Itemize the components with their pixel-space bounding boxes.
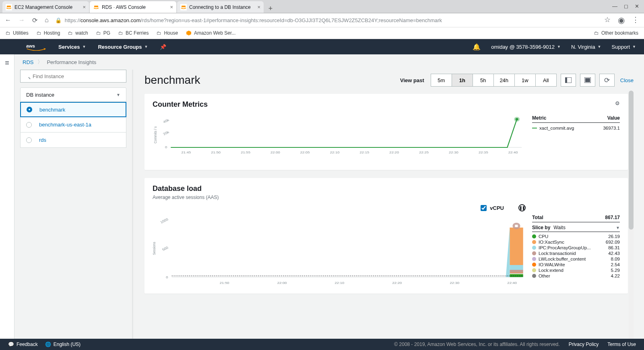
svg-text:21:45: 21:45 [181,151,191,154]
bookmark-folder[interactable]: 🗀watch [68,30,88,36]
legend-row: LWLock:buffer_content8.09 [532,256,620,262]
forward-icon[interactable]: → [19,17,25,24]
svg-rect-37 [510,273,523,274]
scrollbar[interactable] [629,91,634,343]
vcpu-controls: vCPU ❚❚ [144,204,628,211]
aws-favicon-icon [93,4,99,10]
maximize-icon[interactable]: ◻ [624,3,628,9]
svg-marker-43 [506,228,510,277]
chevron-down-icon: ▼ [116,93,120,97]
region-menu[interactable]: N. Virginia▼ [571,44,601,50]
feedback-link[interactable]: 💬 Feedback [8,342,38,347]
browser-tab[interactable]: Connecting to a DB Instance × [177,1,264,13]
account-menu[interactable]: omiday @ 3578-3596-9012▼ [491,44,561,50]
color-swatch-icon [532,268,536,272]
layout-full-button[interactable] [580,74,595,87]
services-menu[interactable]: Services▼ [58,44,86,50]
legend-row: IO:XactSync692.09 [532,239,620,245]
terms-link[interactable]: Terms of Use [607,342,636,347]
refresh-button[interactable]: ⟳ [599,74,615,87]
other-bookmarks[interactable]: 🗀Other bookmarks [594,30,638,36]
tab-title: Connecting to a DB Instance [189,4,255,10]
range-5h[interactable]: 5h [473,74,494,87]
counter-chart: Commits / s 40k 20k 0 21:4521:5021:55 22… [153,115,526,164]
new-tab-button[interactable]: + [264,4,277,13]
page-title: benchmark [144,74,200,87]
instance-name: rds [39,137,46,143]
pin-icon[interactable]: 📌 [160,44,166,50]
sidebar-toggle[interactable]: ≡ [0,54,14,343]
svg-rect-9 [565,77,567,83]
reload-icon[interactable]: ⟳ [32,17,37,24]
svg-text:Commits / s: Commits / s [153,126,157,143]
close-tab-icon[interactable]: × [257,4,260,10]
close-tab-icon[interactable]: × [170,4,173,10]
resource-groups-menu[interactable]: Resource Groups▼ [98,44,148,50]
vcpu-checkbox[interactable] [481,205,487,211]
aws-favicon-icon [180,4,187,10]
gear-icon[interactable]: ⚙ [615,100,620,106]
privacy-link[interactable]: Privacy Policy [569,342,599,347]
bookmark-folder[interactable]: 🗀Utilities [6,30,29,36]
legend-row: Lock:transactionid42.43 [532,251,620,256]
chevron-right-icon: 〉 [37,58,43,66]
slice-by-select[interactable]: Slice byWaits▼ [532,225,620,232]
search-input[interactable] [20,70,126,83]
layout-left-icon [565,77,572,83]
profile-icon[interactable]: ◉ [618,15,625,25]
counter-legend: MetricValue xact_commit.avg 36973.1 [526,115,620,164]
close-window-icon[interactable]: ✕ [635,3,639,9]
close-tab-icon[interactable]: × [83,4,86,10]
star-icon[interactable]: ☆ [604,15,611,25]
wait-name: IO:XactSync [539,240,603,244]
wait-name: Lock:transactionid [539,251,606,256]
svg-text:22:10: 22:10 [330,151,340,154]
svg-text:0: 0 [166,275,168,279]
aws-footer: 💬 Feedback 🌐 English (US) © 2008 - 2019,… [0,339,644,350]
close-link[interactable]: Close [620,77,634,83]
pause-icon[interactable]: ❚❚ [518,204,526,211]
bookmark-folder[interactable]: 🗀BC Ferries [118,30,149,36]
svg-rect-1 [7,6,11,7]
browser-tab-active[interactable]: RDS · AWS Console × [90,1,176,13]
range-24h[interactable]: 24h [493,74,515,87]
layout-split-button[interactable] [561,74,576,87]
svg-text:22:20: 22:20 [392,281,402,285]
crumb-root[interactable]: RDS [23,59,33,65]
url-field[interactable]: 🔒 https://console.aws.amazon.com/rds/hom… [55,17,598,23]
support-menu[interactable]: Support▼ [612,44,636,50]
chevron-down-icon: ▼ [616,226,620,230]
instance-row-selected[interactable]: benchmark [20,102,126,117]
aws-logo-icon[interactable]: aws [26,43,46,51]
range-all[interactable]: All [535,74,557,87]
bookmark-folder[interactable]: 🗀House [157,30,178,36]
bookmark-aws[interactable]: Amazon Web Ser... [186,30,235,36]
wait-value: 5.29 [611,268,620,273]
svg-text:1000: 1000 [159,217,169,224]
wait-name: IPC:ProcArrayGroupUp... [539,245,606,250]
svg-marker-6 [186,31,191,35]
bookmark-folder[interactable]: 🗀PG [96,30,110,36]
svg-text:22:35: 22:35 [479,151,488,154]
svg-rect-5 [182,6,186,7]
radio-selected-icon [27,107,32,112]
menu-icon[interactable]: ⋮ [632,15,639,25]
range-5m[interactable]: 5m [431,74,452,87]
bell-icon[interactable]: 🔔 [473,43,481,51]
svg-rect-42 [510,228,523,265]
language-link[interactable]: 🌐 English (US) [45,342,80,347]
bookmark-folder[interactable]: 🗀Hosting [37,30,60,36]
browser-tab[interactable]: EC2 Management Console × [2,1,89,13]
scrollbar-thumb[interactable] [629,91,634,230]
range-1h[interactable]: 1h [452,74,473,87]
minimize-icon[interactable]: — [612,3,617,9]
range-1w[interactable]: 1w [514,74,536,87]
instance-row[interactable]: rds [20,133,126,148]
instance-row[interactable]: benchmark-us-east-1a [20,117,126,133]
wait-value: 42.43 [608,251,620,256]
home-icon[interactable]: ⌂ [45,17,49,24]
db-instance-header[interactable]: DB instance ▼ [20,87,126,102]
back-icon[interactable]: ← [5,17,11,24]
svg-text:22:30: 22:30 [450,281,459,285]
layout-full-icon [584,77,591,83]
